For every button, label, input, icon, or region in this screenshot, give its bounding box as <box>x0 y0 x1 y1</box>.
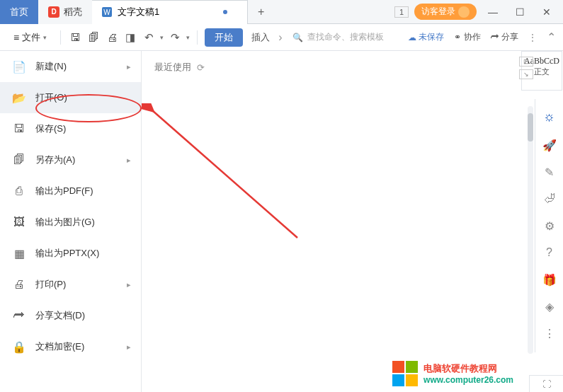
unsaved-status[interactable]: ☁ 未保存 <box>408 31 444 43</box>
layout-icon[interactable]: ↘ <box>519 69 533 79</box>
save-icon: 🖫 <box>13 122 25 135</box>
menu-print[interactable]: 🖨 打印(P) ▸ <box>0 269 141 300</box>
rocket-icon[interactable]: 🚀 <box>543 139 556 151</box>
menu-export-pptx[interactable]: ▦ 输出为PPTX(X) <box>0 238 141 269</box>
divider <box>60 30 61 45</box>
redo-dropdown-icon[interactable]: ▾ <box>186 34 190 41</box>
more-icon[interactable]: ⋮ <box>543 327 556 340</box>
preview-icon[interactable]: ◨ <box>123 30 137 45</box>
page-number[interactable]: 1 <box>394 6 409 18</box>
kebab-icon[interactable]: ⋮ <box>528 33 537 42</box>
tab-docker[interactable]: D 稻壳 <box>38 0 92 24</box>
fullscreen-icon[interactable]: ⛶ <box>542 379 551 389</box>
collab-button[interactable]: ⚭ 协作 <box>454 31 480 43</box>
arrow-icon: ▸ <box>127 156 131 165</box>
help-icon[interactable]: ? <box>543 246 556 259</box>
content-area: 最近使用 ⟳ <box>142 51 563 392</box>
file-menu: 📄 新建(N) ▸ 📂 打开(O) 🖫 保存(S) 🗐 另存为(A) ▸ ⎙ 输… <box>0 51 142 392</box>
undo-icon[interactable]: ↶ <box>142 30 156 45</box>
ruler-icon[interactable]: ⊡ <box>519 57 533 67</box>
modified-dot-icon <box>223 10 227 14</box>
more-tabs-icon[interactable]: › <box>278 31 282 44</box>
redo-icon[interactable]: ↷ <box>168 30 182 45</box>
pdf-icon: ⎙ <box>13 185 25 197</box>
menu-label: 分享文档(D) <box>35 309 85 322</box>
image-icon: 🖼 <box>13 216 25 229</box>
new-icon: 📄 <box>13 60 25 74</box>
start-tab[interactable]: 开始 <box>205 28 243 47</box>
menu-encrypt[interactable]: 🔒 文档加密(E) ▸ <box>0 331 141 362</box>
unsaved-label: 未保存 <box>419 31 444 43</box>
menu-label: 输出为PPTX(X) <box>35 247 99 260</box>
titlebar: 首页 D 稻壳 W 文字文稿1 + 1 访客登录 — ☐ ✕ <box>0 0 563 24</box>
cloud-icon: ☁ <box>408 33 416 42</box>
menu-share-doc[interactable]: ⮫ 分享文档(D) <box>0 300 141 331</box>
cursor-icon[interactable]: ⮰ <box>543 192 556 205</box>
maximize-button[interactable]: ☐ <box>509 4 530 21</box>
saveas-icon[interactable]: 🗐 <box>86 30 101 45</box>
settings-icon[interactable]: ⚙ <box>543 219 556 232</box>
tab-home[interactable]: 首页 <box>0 0 38 24</box>
watermark-title: 电脑软硬件教程网 <box>423 362 513 375</box>
search-box[interactable]: 🔍 查找命令、搜索模板 <box>287 31 389 43</box>
pptx-icon: ▦ <box>13 247 25 260</box>
menu-save[interactable]: 🖫 保存(S) <box>0 113 141 144</box>
minimize-button[interactable]: — <box>482 4 504 21</box>
refresh-icon[interactable]: ⟳ <box>197 62 205 73</box>
insert-tab[interactable]: 插入 <box>247 31 274 44</box>
menu-label: 另存为(A) <box>35 154 75 166</box>
pen-icon[interactable]: ✎ <box>543 166 556 178</box>
saveas-icon: 🗐 <box>13 154 25 166</box>
tab-doc-label: 文字文稿1 <box>118 6 159 18</box>
file-menu-button[interactable]: ≡ 文件 ▾ <box>7 28 53 47</box>
corner-icons: ⊡ ↘ <box>519 57 533 79</box>
menu-label: 保存(S) <box>35 122 66 135</box>
share-button[interactable]: ⮫ 分享 <box>491 31 518 43</box>
recent-header: 最近使用 ⟳ <box>154 61 550 74</box>
login-label: 访客登录 <box>421 6 455 18</box>
undo-dropdown-icon[interactable]: ▾ <box>160 34 164 41</box>
docker-icon: D <box>48 6 59 18</box>
arrow-icon: ▸ <box>127 280 131 289</box>
login-button[interactable]: 访客登录 <box>414 4 477 20</box>
share-icon: ⮫ <box>491 32 499 42</box>
toolbox-icon[interactable]: ⛭ <box>543 112 556 125</box>
tab-add[interactable]: + <box>248 0 274 24</box>
doc-w-icon: W <box>102 7 112 17</box>
side-strip: ⛭ 🚀 ✎ ⮰ ⚙ ? 🎁 ◈ ⋮ <box>535 99 563 352</box>
menu-export-pdf[interactable]: ⎙ 输出为PDF(F) <box>0 175 141 207</box>
menu-saveas[interactable]: 🗐 另存为(A) ▸ <box>0 144 141 175</box>
avatar-icon <box>458 6 470 18</box>
save-icon[interactable]: 🖫 <box>68 30 82 45</box>
search-placeholder: 查找命令、搜索模板 <box>307 31 384 43</box>
menu-label: 打开(O) <box>35 91 67 104</box>
tab-docker-label: 稻壳 <box>64 6 82 18</box>
scrollbar[interactable] <box>528 106 533 354</box>
collapse-ribbon-icon[interactable]: ⌃ <box>547 30 556 44</box>
share-doc-icon: ⮫ <box>13 309 25 322</box>
toolbar: ≡ 文件 ▾ 🖫 🗐 🖨 ◨ ↶ ▾ ↷ ▾ 开始 插入 › 🔍 查找命令、搜索… <box>0 24 563 51</box>
watermark-url: www.computer26.com <box>423 375 513 385</box>
close-button[interactable]: ✕ <box>536 4 557 21</box>
gift-icon[interactable]: 🎁 <box>543 273 556 286</box>
chevron-down-icon: ▾ <box>43 34 47 41</box>
scrollbar-thumb[interactable] <box>528 113 533 142</box>
menu-export-image[interactable]: 🖼 输出为图片(G) <box>0 207 141 238</box>
open-icon: 📂 <box>13 91 25 105</box>
diamond-icon[interactable]: ◈ <box>543 300 556 313</box>
menu-new[interactable]: 📄 新建(N) ▸ <box>0 51 141 82</box>
search-icon: 🔍 <box>292 33 303 42</box>
tab-document[interactable]: W 文字文稿1 <box>92 0 248 24</box>
print-icon: 🖨 <box>13 278 25 291</box>
hamburger-icon: ≡ <box>13 32 19 43</box>
menu-label: 文档加密(E) <box>35 340 84 353</box>
arrow-icon: ▸ <box>127 62 131 71</box>
menu-label: 打印(P) <box>35 278 66 291</box>
collab-icon: ⚭ <box>454 32 461 42</box>
menu-label: 新建(N) <box>35 60 67 73</box>
lock-icon: 🔒 <box>13 340 25 354</box>
menu-open[interactable]: 📂 打开(O) <box>0 82 141 113</box>
print-icon[interactable]: 🖨 <box>105 30 119 45</box>
arrow-icon: ▸ <box>127 342 131 352</box>
toolbar-right: ☁ 未保存 ⚭ 协作 ⮫ 分享 ⋮ ⌃ <box>408 30 556 44</box>
